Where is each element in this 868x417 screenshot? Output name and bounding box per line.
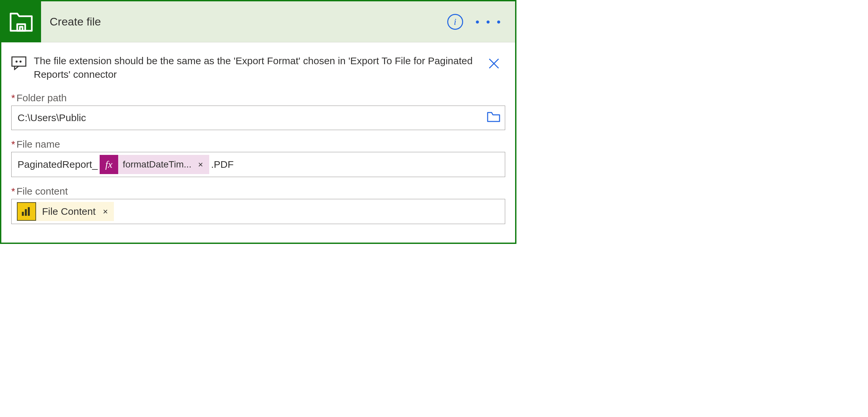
file-name-label: *File name bbox=[11, 139, 505, 150]
comment-icon bbox=[11, 56, 27, 71]
fx-icon: fx bbox=[100, 155, 118, 174]
svg-point-2 bbox=[16, 61, 17, 62]
connector-icon bbox=[1, 1, 41, 42]
header-actions: i • • • bbox=[447, 14, 515, 30]
card-body: The file extension should be the same as… bbox=[1, 42, 515, 243]
file-content-token[interactable]: File Content × bbox=[17, 202, 114, 221]
create-file-card: Create file i • • • The file extension s… bbox=[0, 0, 517, 244]
file-name-prefix: PaginatedReport_ bbox=[16, 159, 99, 170]
powerbi-icon bbox=[17, 202, 36, 221]
expression-token[interactable]: fx formatDateTim... × bbox=[100, 155, 209, 174]
card-header: Create file i • • • bbox=[1, 1, 515, 42]
remove-expression-token[interactable]: × bbox=[196, 160, 209, 170]
folder-picker-icon[interactable] bbox=[487, 111, 500, 124]
file-content-field: *File content File Content × bbox=[11, 186, 505, 224]
folder-path-value: C:\Users\Public bbox=[16, 112, 87, 123]
expression-token-label: formatDateTim... bbox=[118, 159, 196, 170]
card-title: Create file bbox=[50, 15, 101, 28]
file-content-label: *File content bbox=[11, 186, 505, 197]
remove-file-content-token[interactable]: × bbox=[102, 206, 114, 217]
more-menu-icon[interactable]: • • • bbox=[476, 17, 502, 27]
svg-rect-6 bbox=[22, 212, 24, 216]
svg-rect-8 bbox=[28, 207, 30, 216]
folder-path-label: *Folder path bbox=[11, 92, 505, 104]
comment-row: The file extension should be the same as… bbox=[11, 48, 505, 81]
file-content-input[interactable]: File Content × bbox=[11, 199, 505, 224]
info-icon[interactable]: i bbox=[447, 14, 463, 30]
file-name-input[interactable]: PaginatedReport_ fx formatDateTim... × .… bbox=[11, 152, 505, 177]
folder-path-field: *Folder path C:\Users\Public bbox=[11, 92, 505, 130]
folder-path-input[interactable]: C:\Users\Public bbox=[11, 105, 505, 130]
svg-rect-7 bbox=[25, 209, 27, 216]
dismiss-comment-button[interactable] bbox=[487, 54, 505, 71]
svg-point-3 bbox=[20, 61, 21, 62]
file-content-token-label: File Content bbox=[36, 206, 102, 217]
comment-text: The file extension should be the same as… bbox=[34, 54, 480, 81]
svg-rect-1 bbox=[12, 57, 26, 66]
file-name-field: *File name PaginatedReport_ fx formatDat… bbox=[11, 139, 505, 177]
file-name-suffix: .PDF bbox=[210, 159, 235, 170]
